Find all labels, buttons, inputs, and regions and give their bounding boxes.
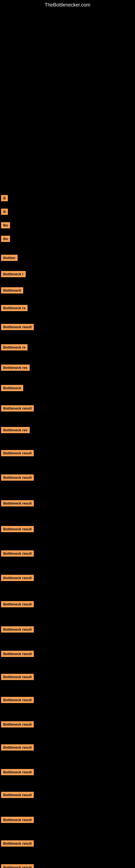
bottleneck-result-label: B [1, 195, 8, 201]
bottleneck-result-label: Bottleneck result [1, 474, 34, 480]
bottleneck-result-label: Bottleneck result [1, 550, 34, 557]
bottleneck-result-label: Bottleneck [1, 385, 23, 391]
bottleneck-result-label: Bottleneck result [1, 744, 34, 750]
bottleneck-result-label: Bo [1, 236, 10, 242]
result-row: Bottleneck result [0, 600, 34, 609]
bottleneck-result-label: Bottleneck result [1, 697, 34, 703]
result-row: Bottleneck result [0, 673, 34, 681]
result-row: Bottleneck result [0, 721, 34, 728]
bottleneck-result-label: Bottleneck res [1, 365, 30, 371]
result-row: Bottleneck r [0, 271, 26, 278]
result-row: Bottleneck result [0, 525, 34, 533]
result-row: Bottleneck result [0, 864, 34, 868]
result-row: B [0, 194, 8, 203]
result-row: B [0, 208, 8, 216]
site-title: TheBottlenecker.com [0, 0, 135, 10]
bottleneck-result-label: Bottlen [1, 255, 17, 261]
bottleneck-result-label: Bottleneck result [1, 405, 34, 411]
result-row: Bottleneck result [0, 650, 34, 658]
bottleneck-result-label: Bottleneck result [1, 324, 34, 330]
bottleneck-result-label: Bottleneck result [1, 526, 34, 532]
result-row: Bottleneck result [0, 791, 34, 799]
result-row: Bottleneck result [0, 769, 34, 776]
result-row: Bottleneck re [0, 304, 28, 312]
bottleneck-result-label: Bottleneck re [1, 305, 28, 311]
bottleneck-result-label: Bottleneck result [1, 450, 34, 456]
result-row: Bottleneck result [0, 574, 34, 582]
bottleneck-result-label: Bottleneck r [1, 271, 26, 277]
result-row: Bottleneck result [0, 840, 34, 848]
result-row: Bottleneck result [0, 405, 34, 412]
result-row: Bottleneck result [0, 323, 34, 331]
result-row: Bo [0, 235, 10, 243]
result-row: Bottleneck result [0, 696, 34, 704]
result-row: Bottleneck result [0, 816, 34, 824]
bottleneck-result-label: Bottleneck res [1, 427, 30, 433]
result-row: Bottleneck res [0, 426, 30, 434]
bottleneck-result-label: Bottleneck result [1, 792, 34, 798]
bottleneck-result-label: Bottleneck result [1, 500, 34, 506]
result-row: Bottleneck result [0, 626, 34, 633]
bottleneck-result-label: Bottleneck result [1, 721, 34, 727]
bottleneck-result-label: Bottleneck re [1, 344, 28, 350]
result-row: Bottleneck result [0, 500, 34, 507]
bottleneck-result-label: Bottleneck result [1, 840, 34, 846]
bottleneck-result-label: Bottleneck result [1, 817, 34, 823]
result-row: Bottleneck [0, 287, 23, 294]
bottleneck-result-label: B [1, 209, 8, 215]
result-row: Bottleneck result [0, 450, 34, 457]
result-row: Bottlen [0, 254, 17, 262]
result-row: Bottleneck [0, 384, 23, 392]
result-row: Bottleneck re [0, 344, 28, 351]
bottleneck-result-label: Bottleneck result [1, 575, 34, 581]
result-row: Bottleneck res [0, 364, 30, 372]
result-row: Bottleneck result [0, 474, 34, 482]
bottleneck-result-label: Bottleneck result [1, 651, 34, 657]
result-row: Bo [0, 222, 10, 229]
bottleneck-result-label: Bo [1, 222, 10, 228]
bottleneck-result-label: Bottleneck result [1, 601, 34, 607]
bottleneck-result-label: Bottleneck [1, 287, 23, 293]
bottleneck-result-label: Bottleneck result [1, 626, 34, 632]
result-row: Bottleneck result [0, 550, 34, 558]
bottleneck-result-label: Bottleneck result [1, 864, 34, 868]
bottleneck-result-label: Bottleneck result [1, 674, 34, 680]
result-row: Bottleneck result [0, 744, 34, 752]
bottleneck-result-label: Bottleneck result [1, 769, 34, 775]
